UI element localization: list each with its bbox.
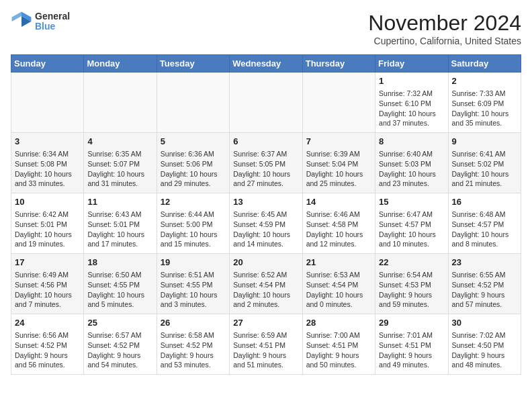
day-number: 3 bbox=[15, 136, 80, 148]
logo-icon bbox=[11, 11, 32, 32]
day-info: Sunrise: 6:45 AM Sunset: 4:59 PM Dayligh… bbox=[233, 210, 298, 249]
weekday-header-tuesday: Tuesday bbox=[157, 55, 229, 73]
day-number: 24 bbox=[15, 317, 80, 329]
day-info: Sunrise: 6:50 AM Sunset: 4:55 PM Dayligh… bbox=[87, 270, 152, 310]
weekday-header-wednesday: Wednesday bbox=[230, 55, 302, 73]
day-info: Sunrise: 6:51 AM Sunset: 4:55 PM Dayligh… bbox=[161, 270, 226, 310]
calendar-cell: 18Sunrise: 6:50 AM Sunset: 4:55 PM Dayli… bbox=[84, 254, 157, 314]
day-info: Sunrise: 6:46 AM Sunset: 4:58 PM Dayligh… bbox=[306, 210, 371, 249]
calendar-cell: 8Sunrise: 6:40 AM Sunset: 5:03 PM Daylig… bbox=[375, 133, 448, 193]
day-number: 2 bbox=[452, 75, 517, 87]
calendar-header-row: SundayMondayTuesdayWednesdayThursdayFrid… bbox=[11, 55, 521, 73]
day-number: 23 bbox=[452, 257, 517, 269]
day-number: 17 bbox=[15, 257, 80, 269]
day-info: Sunrise: 6:54 AM Sunset: 4:53 PM Dayligh… bbox=[379, 270, 444, 310]
calendar-cell bbox=[84, 73, 157, 133]
day-number: 5 bbox=[161, 136, 226, 148]
day-info: Sunrise: 6:35 AM Sunset: 5:07 PM Dayligh… bbox=[87, 149, 152, 189]
day-info: Sunrise: 6:44 AM Sunset: 5:00 PM Dayligh… bbox=[161, 210, 226, 249]
calendar-cell: 26Sunrise: 6:58 AM Sunset: 4:52 PM Dayli… bbox=[157, 314, 229, 375]
calendar-cell: 29Sunrise: 7:01 AM Sunset: 4:51 PM Dayli… bbox=[375, 314, 448, 375]
calendar-cell: 1Sunrise: 7:32 AM Sunset: 6:10 PM Daylig… bbox=[375, 73, 448, 133]
day-number: 13 bbox=[233, 196, 298, 208]
day-info: Sunrise: 6:58 AM Sunset: 4:52 PM Dayligh… bbox=[161, 330, 226, 370]
day-number: 25 bbox=[87, 317, 152, 329]
day-info: Sunrise: 6:48 AM Sunset: 4:57 PM Dayligh… bbox=[452, 210, 517, 249]
svg-marker-2 bbox=[12, 12, 21, 21]
calendar-cell: 21Sunrise: 6:53 AM Sunset: 4:54 PM Dayli… bbox=[302, 254, 375, 314]
day-info: Sunrise: 6:49 AM Sunset: 4:56 PM Dayligh… bbox=[15, 270, 80, 310]
day-info: Sunrise: 7:33 AM Sunset: 6:09 PM Dayligh… bbox=[452, 89, 517, 128]
calendar-cell: 2Sunrise: 7:33 AM Sunset: 6:09 PM Daylig… bbox=[448, 73, 521, 133]
day-number: 12 bbox=[161, 196, 226, 208]
weekday-header-monday: Monday bbox=[84, 55, 157, 73]
logo-text: General Blue bbox=[35, 11, 70, 32]
calendar-cell: 12Sunrise: 6:44 AM Sunset: 5:00 PM Dayli… bbox=[157, 193, 229, 254]
day-info: Sunrise: 6:59 AM Sunset: 4:51 PM Dayligh… bbox=[233, 330, 298, 370]
day-info: Sunrise: 6:40 AM Sunset: 5:03 PM Dayligh… bbox=[379, 149, 444, 189]
day-number: 18 bbox=[87, 257, 152, 269]
weekday-header-sunday: Sunday bbox=[11, 55, 84, 73]
day-number: 9 bbox=[452, 136, 517, 148]
location: Cupertino, California, United States bbox=[368, 36, 521, 46]
day-info: Sunrise: 6:42 AM Sunset: 5:01 PM Dayligh… bbox=[15, 210, 80, 249]
day-number: 28 bbox=[306, 317, 371, 329]
calendar-cell: 22Sunrise: 6:54 AM Sunset: 4:53 PM Dayli… bbox=[375, 254, 448, 314]
day-number: 10 bbox=[15, 196, 80, 208]
calendar-table: SundayMondayTuesdayWednesdayThursdayFrid… bbox=[11, 54, 521, 375]
day-info: Sunrise: 6:39 AM Sunset: 5:04 PM Dayligh… bbox=[306, 149, 371, 189]
logo-blue-text: Blue bbox=[35, 21, 70, 32]
calendar-cell: 15Sunrise: 6:47 AM Sunset: 4:57 PM Dayli… bbox=[375, 193, 448, 254]
day-info: Sunrise: 7:01 AM Sunset: 4:51 PM Dayligh… bbox=[379, 330, 444, 370]
calendar-cell: 30Sunrise: 7:02 AM Sunset: 4:50 PM Dayli… bbox=[448, 314, 521, 375]
day-info: Sunrise: 6:57 AM Sunset: 4:52 PM Dayligh… bbox=[87, 330, 152, 370]
calendar-week-row: 17Sunrise: 6:49 AM Sunset: 4:56 PM Dayli… bbox=[11, 254, 521, 314]
calendar-cell: 14Sunrise: 6:46 AM Sunset: 4:58 PM Dayli… bbox=[302, 193, 375, 254]
day-info: Sunrise: 6:34 AM Sunset: 5:08 PM Dayligh… bbox=[15, 149, 80, 189]
day-number: 22 bbox=[379, 257, 444, 269]
calendar-cell: 28Sunrise: 7:00 AM Sunset: 4:51 PM Dayli… bbox=[302, 314, 375, 375]
day-number: 20 bbox=[233, 257, 298, 269]
day-info: Sunrise: 6:36 AM Sunset: 5:06 PM Dayligh… bbox=[161, 149, 226, 189]
calendar-cell: 20Sunrise: 6:52 AM Sunset: 4:54 PM Dayli… bbox=[230, 254, 302, 314]
calendar-cell: 17Sunrise: 6:49 AM Sunset: 4:56 PM Dayli… bbox=[11, 254, 84, 314]
day-number: 6 bbox=[233, 136, 298, 148]
day-info: Sunrise: 6:55 AM Sunset: 4:52 PM Dayligh… bbox=[452, 270, 517, 310]
day-info: Sunrise: 6:41 AM Sunset: 5:02 PM Dayligh… bbox=[452, 149, 517, 189]
calendar-week-row: 3Sunrise: 6:34 AM Sunset: 5:08 PM Daylig… bbox=[11, 133, 521, 193]
logo: General Blue bbox=[11, 11, 70, 32]
day-number: 1 bbox=[379, 75, 444, 87]
calendar-week-row: 24Sunrise: 6:56 AM Sunset: 4:52 PM Dayli… bbox=[11, 314, 521, 375]
calendar-cell: 11Sunrise: 6:43 AM Sunset: 5:01 PM Dayli… bbox=[84, 193, 157, 254]
calendar-cell: 4Sunrise: 6:35 AM Sunset: 5:07 PM Daylig… bbox=[84, 133, 157, 193]
calendar-cell: 6Sunrise: 6:37 AM Sunset: 5:05 PM Daylig… bbox=[230, 133, 302, 193]
title-block: November 2024 Cupertino, California, Uni… bbox=[368, 11, 521, 46]
page-header: General Blue November 2024 Cupertino, Ca… bbox=[11, 11, 521, 46]
day-info: Sunrise: 6:56 AM Sunset: 4:52 PM Dayligh… bbox=[15, 330, 80, 370]
day-info: Sunrise: 6:43 AM Sunset: 5:01 PM Dayligh… bbox=[87, 210, 152, 249]
day-info: Sunrise: 6:53 AM Sunset: 4:54 PM Dayligh… bbox=[306, 270, 371, 310]
day-number: 15 bbox=[379, 196, 444, 208]
calendar-cell: 23Sunrise: 6:55 AM Sunset: 4:52 PM Dayli… bbox=[448, 254, 521, 314]
day-number: 7 bbox=[306, 136, 371, 148]
calendar-cell: 13Sunrise: 6:45 AM Sunset: 4:59 PM Dayli… bbox=[230, 193, 302, 254]
day-info: Sunrise: 6:37 AM Sunset: 5:05 PM Dayligh… bbox=[233, 149, 298, 189]
calendar-cell bbox=[157, 73, 229, 133]
day-info: Sunrise: 7:32 AM Sunset: 6:10 PM Dayligh… bbox=[379, 89, 444, 128]
calendar-cell: 7Sunrise: 6:39 AM Sunset: 5:04 PM Daylig… bbox=[302, 133, 375, 193]
weekday-header-saturday: Saturday bbox=[448, 55, 521, 73]
day-number: 27 bbox=[233, 317, 298, 329]
day-number: 29 bbox=[379, 317, 444, 329]
calendar-cell: 19Sunrise: 6:51 AM Sunset: 4:55 PM Dayli… bbox=[157, 254, 229, 314]
calendar-cell bbox=[11, 73, 84, 133]
day-number: 14 bbox=[306, 196, 371, 208]
day-number: 19 bbox=[161, 257, 226, 269]
day-number: 30 bbox=[452, 317, 517, 329]
calendar-cell: 5Sunrise: 6:36 AM Sunset: 5:06 PM Daylig… bbox=[157, 133, 229, 193]
day-number: 26 bbox=[161, 317, 226, 329]
calendar-cell: 24Sunrise: 6:56 AM Sunset: 4:52 PM Dayli… bbox=[11, 314, 84, 375]
weekday-header-friday: Friday bbox=[375, 55, 448, 73]
day-number: 21 bbox=[306, 257, 371, 269]
day-number: 4 bbox=[87, 136, 152, 148]
day-number: 8 bbox=[379, 136, 444, 148]
